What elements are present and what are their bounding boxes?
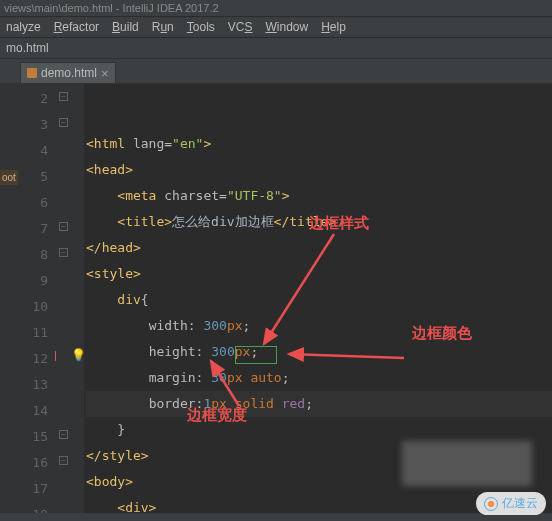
menu-help[interactable]: Help bbox=[321, 20, 346, 34]
line-number[interactable]: 11 bbox=[18, 320, 48, 346]
line-number[interactable]: 13 bbox=[18, 372, 48, 398]
code-line[interactable]: <head> bbox=[86, 157, 552, 183]
line-number[interactable]: 4 bbox=[18, 138, 48, 164]
line-number[interactable]: 18 bbox=[18, 502, 48, 513]
line-number[interactable]: 15 bbox=[18, 424, 48, 450]
code-line[interactable]: <style> bbox=[86, 261, 552, 287]
editor-tabs: demo.html × bbox=[0, 59, 552, 84]
fold-icon[interactable]: − bbox=[59, 248, 68, 257]
line-gutter[interactable]: 2345678910111213141516171819 bbox=[8, 84, 56, 513]
code-line[interactable]: <title>怎么给div加边框</title> bbox=[86, 209, 552, 235]
code-line[interactable]: div{ bbox=[86, 287, 552, 313]
close-tab-icon[interactable]: × bbox=[101, 67, 109, 80]
code-line[interactable]: border:1px solid red; bbox=[86, 391, 552, 417]
tab-filename: demo.html bbox=[41, 66, 97, 80]
line-number[interactable]: 5 bbox=[18, 164, 48, 190]
window-titlebar: views\main\demo.html - IntelliJ IDEA 201… bbox=[0, 0, 552, 17]
line-number[interactable]: 17 bbox=[18, 476, 48, 502]
code-line[interactable]: margin: 30px auto; bbox=[86, 365, 552, 391]
fold-icon[interactable]: − bbox=[59, 118, 68, 127]
fold-icon[interactable]: − bbox=[59, 456, 68, 465]
line-number[interactable]: 10 bbox=[18, 294, 48, 320]
menu-tools[interactable]: Tools bbox=[187, 20, 215, 34]
menu-analyze[interactable]: nalyze bbox=[6, 20, 41, 34]
window-title: views\main\demo.html - IntelliJ IDEA 201… bbox=[4, 2, 219, 14]
line-number[interactable]: 14 bbox=[18, 398, 48, 424]
file-tab[interactable]: demo.html × bbox=[20, 62, 116, 83]
line-number[interactable]: 3 bbox=[18, 112, 48, 138]
watermark-badge: 亿速云 bbox=[476, 492, 546, 515]
menu-window[interactable]: Window bbox=[266, 20, 309, 34]
menu-run[interactable]: Run bbox=[152, 20, 174, 34]
code-line[interactable]: width: 300px; bbox=[86, 313, 552, 339]
line-number[interactable]: 16 bbox=[18, 450, 48, 476]
fold-icon[interactable]: − bbox=[59, 92, 68, 101]
menu-refactor[interactable]: Refactor bbox=[54, 20, 99, 34]
line-number[interactable]: 9 bbox=[18, 268, 48, 294]
line-number[interactable]: 7 bbox=[18, 216, 48, 242]
breadcrumb: mo.html bbox=[0, 38, 552, 59]
blurred-region bbox=[402, 441, 532, 486]
code-line[interactable]: <html lang="en"> bbox=[86, 131, 552, 157]
line-number[interactable]: 6 bbox=[18, 190, 48, 216]
watermark-text: 亿速云 bbox=[502, 495, 538, 512]
code-line[interactable]: height: 300px; bbox=[86, 339, 552, 365]
main-menu: nalyze Refactor Build Run Tools VCS Wind… bbox=[0, 17, 552, 38]
fold-icon[interactable]: − bbox=[59, 222, 68, 231]
fold-column[interactable]: −−−−−−💡 bbox=[56, 84, 84, 513]
side-breadcrumb[interactable]: oot bbox=[0, 170, 18, 185]
breakpoint-column[interactable] bbox=[0, 84, 8, 513]
line-number[interactable]: 8 bbox=[18, 242, 48, 268]
line-number[interactable]: 2 bbox=[18, 86, 48, 112]
code-line[interactable]: } bbox=[86, 417, 552, 443]
breadcrumb-path[interactable]: mo.html bbox=[6, 41, 49, 55]
code-line[interactable]: </head> bbox=[86, 235, 552, 261]
html-file-icon bbox=[27, 68, 37, 78]
menu-vcs[interactable]: VCS bbox=[228, 20, 253, 34]
watermark-icon bbox=[484, 497, 498, 511]
code-line[interactable]: <meta charset="UTF-8"> bbox=[86, 183, 552, 209]
line-number[interactable]: 12 bbox=[18, 346, 48, 372]
menu-build[interactable]: Build bbox=[112, 20, 139, 34]
fold-icon[interactable]: − bbox=[59, 430, 68, 439]
